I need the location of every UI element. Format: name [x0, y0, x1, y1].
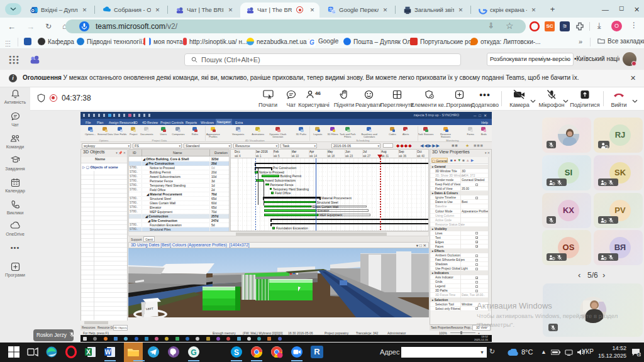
svg-text:W: W: [105, 349, 111, 356]
svg-text:S: S: [234, 348, 239, 357]
svg-text:46: 46: [315, 90, 321, 96]
svg-text:4: 4: [638, 353, 640, 356]
svg-text:X: X: [86, 349, 91, 356]
svg-text:G: G: [191, 348, 196, 357]
svg-text:1: 1: [606, 145, 608, 149]
svg-text:G: G: [332, 9, 335, 14]
